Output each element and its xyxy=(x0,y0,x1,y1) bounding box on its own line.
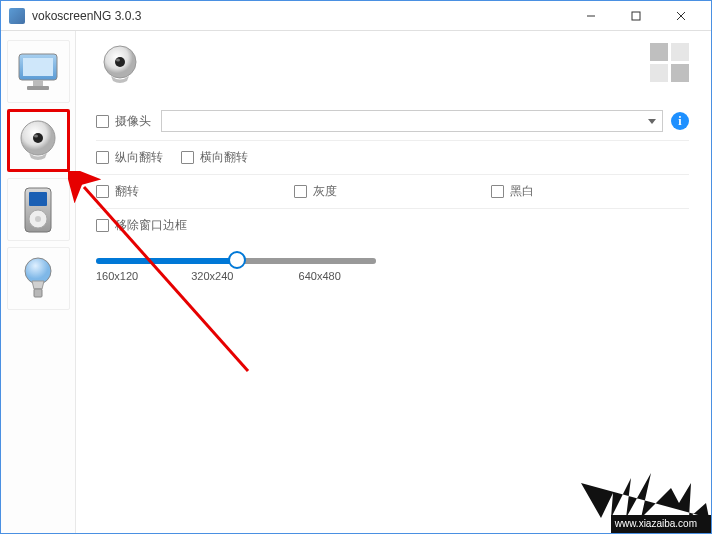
webcam-header-icon xyxy=(98,43,143,88)
svg-rect-1 xyxy=(632,12,640,20)
camera-row: 摄像头 i xyxy=(96,102,689,141)
remove-border-label: 移除窗口边框 xyxy=(115,217,187,234)
camera-label: 摄像头 xyxy=(115,113,151,130)
grid-view-icon[interactable] xyxy=(650,43,689,82)
monitor-icon xyxy=(15,52,61,92)
bulb-icon xyxy=(20,255,56,303)
svg-point-18 xyxy=(115,57,125,67)
sidebar-item-tips[interactable] xyxy=(7,247,70,310)
sidebar xyxy=(1,31,76,533)
bw-label: 黑白 xyxy=(510,183,534,200)
slider-tick-3: 640x480 xyxy=(299,270,406,282)
resolution-slider[interactable] xyxy=(96,258,376,264)
titlebar: vokoscreenNG 3.0.3 xyxy=(1,1,711,31)
svg-point-9 xyxy=(33,133,43,143)
svg-rect-5 xyxy=(23,58,53,76)
webcam-icon xyxy=(15,118,61,164)
svg-point-19 xyxy=(116,59,120,62)
slider-thumb[interactable] xyxy=(228,251,246,269)
sidebar-item-screen[interactable] xyxy=(7,40,70,103)
svg-rect-7 xyxy=(27,86,49,90)
camera-checkbox[interactable] xyxy=(96,115,109,128)
window-title: vokoscreenNG 3.0.3 xyxy=(32,9,568,23)
flip-label: 翻转 xyxy=(115,183,139,200)
slider-labels: 160x120 320x240 640x480 xyxy=(96,270,406,282)
svg-point-14 xyxy=(35,216,41,222)
flip-checkbox[interactable] xyxy=(96,185,109,198)
close-button[interactable] xyxy=(658,2,703,30)
flip-row: 纵向翻转 横向翻转 xyxy=(96,141,689,175)
gray-checkbox[interactable] xyxy=(294,185,307,198)
sidebar-item-camera[interactable] xyxy=(7,109,70,172)
slider-tick-2: 320x240 xyxy=(191,270,298,282)
camera-combo[interactable] xyxy=(161,110,663,132)
watermark-url: www.xiazaiba.com xyxy=(615,518,697,529)
svg-rect-6 xyxy=(33,80,43,86)
remove-border-checkbox[interactable] xyxy=(96,219,109,232)
svg-rect-12 xyxy=(29,192,47,206)
gray-label: 灰度 xyxy=(313,183,337,200)
flip-h-checkbox[interactable] xyxy=(181,151,194,164)
flip-v-label: 纵向翻转 xyxy=(115,149,163,166)
main-panel: 摄像头 i 纵向翻转 横向翻转 翻转 灰度 xyxy=(76,31,711,533)
bw-checkbox[interactable] xyxy=(491,185,504,198)
flip-v-checkbox[interactable] xyxy=(96,151,109,164)
info-button[interactable]: i xyxy=(671,112,689,130)
svg-point-10 xyxy=(34,134,38,137)
app-icon xyxy=(9,8,25,24)
app-window: vokoscreenNG 3.0.3 xyxy=(0,0,712,534)
flip-h-label: 横向翻转 xyxy=(200,149,248,166)
slider-tick-1: 160x120 xyxy=(96,270,191,282)
effects-row: 翻转 灰度 黑白 xyxy=(96,175,689,209)
svg-rect-16 xyxy=(34,289,42,297)
sidebar-item-player[interactable] xyxy=(7,178,70,241)
maximize-button[interactable] xyxy=(613,2,658,30)
resolution-slider-section: 160x120 320x240 640x480 xyxy=(96,242,689,282)
ipod-icon xyxy=(18,186,58,234)
minimize-button[interactable] xyxy=(568,2,613,30)
svg-point-15 xyxy=(25,258,51,284)
border-row: 移除窗口边框 xyxy=(96,209,689,242)
